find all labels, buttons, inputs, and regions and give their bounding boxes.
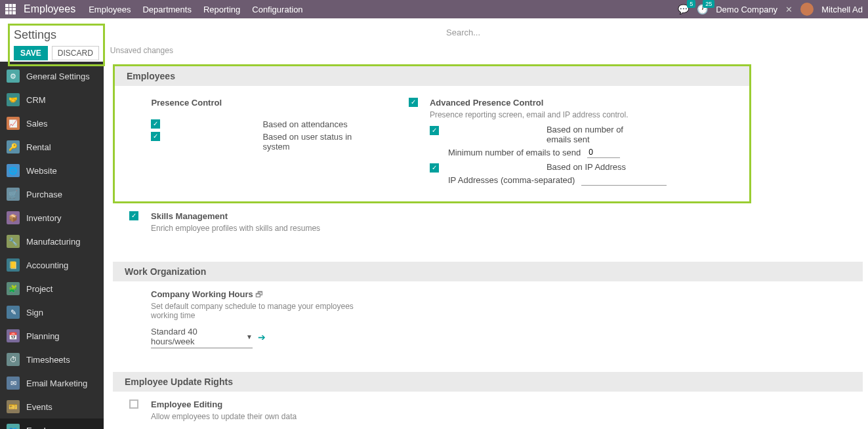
advanced-presence-title: Advanced Presence Control <box>430 98 737 108</box>
sidebar-item-sales[interactable]: 📈Sales <box>0 112 104 135</box>
sidebar-item-website[interactable]: 🌐Website <box>0 159 104 182</box>
sidebar-item-label: General Settings <box>26 72 90 81</box>
checkbox-emails-sent[interactable]: ✓ <box>430 126 439 135</box>
sidebar-item-label: Website <box>26 166 57 176</box>
min-emails-input[interactable] <box>587 147 620 158</box>
working-hours-panel: Company Working Hours 🗗 Set default comp… <box>125 289 851 348</box>
sidebar-item-label: Email Marketing <box>26 378 87 388</box>
nav-reporting[interactable]: Reporting <box>203 5 240 14</box>
checkbox-ip-address[interactable]: ✓ <box>430 163 439 173</box>
checkbox-skills-management[interactable]: ✓ <box>129 211 138 220</box>
user-name[interactable]: Mitchell Ad <box>821 5 863 14</box>
wrench-icon: 🔧 <box>7 235 20 248</box>
sidebar-item-label: Events <box>26 402 52 412</box>
cart-icon: 🛒 <box>7 188 20 201</box>
book-icon: 📒 <box>7 258 20 272</box>
sidebar-item-email-marketing[interactable]: ✉Email Marketing <box>0 371 104 395</box>
advanced-presence-panel: ✓ Advanced Presence Control Presence rep… <box>405 98 737 190</box>
working-hours-select[interactable]: Standard 40 hours/week ▼ <box>151 325 253 348</box>
checkbox-attendances[interactable]: ✓ <box>151 119 160 129</box>
presence-control-title: Presence Control <box>151 98 389 108</box>
sidebar-item-inventory[interactable]: 📦Inventory <box>0 206 104 230</box>
sidebar-item-rental[interactable]: 🔑Rental <box>0 135 104 159</box>
discard-button[interactable]: DISCARD <box>52 46 99 60</box>
checkbox-employee-editing[interactable]: ✓ <box>129 399 138 409</box>
settings-sidebar: ⚙General Settings 🤝CRM 📈Sales 🔑Rental 🌐W… <box>0 62 104 429</box>
envelope-icon: ✉ <box>7 377 20 390</box>
employee-editing-desc: Allow employees to update their own data <box>151 412 297 421</box>
globe-icon: 🌐 <box>7 164 20 177</box>
save-button[interactable]: SAVE <box>14 46 48 60</box>
checkbox-user-status[interactable]: ✓ <box>151 132 160 141</box>
sidebar-item-label: Sign <box>26 308 43 317</box>
app-title: Employees <box>24 3 75 15</box>
section-header-work-org: Work Organization <box>113 262 863 281</box>
presence-control-panel: Presence Control ✓ Based on attendances … <box>127 98 389 190</box>
sidebar-item-accounting[interactable]: 📒Accounting <box>0 253 104 277</box>
presence-opt-attendances: Based on attendances <box>262 119 389 129</box>
box-icon: 📦 <box>7 211 20 224</box>
ip-addresses-input[interactable] <box>581 174 667 186</box>
arrow-right-icon[interactable]: ➔ <box>258 332 266 342</box>
main-content: Employees Presence Control ✓ Based on at… <box>104 62 868 429</box>
section-header-employees: Employees <box>115 66 749 86</box>
sidebar-item-crm[interactable]: 🤝CRM <box>0 88 104 112</box>
adv-ip-label: Based on IP Address <box>547 162 626 172</box>
employee-editing-title: Employee Editing <box>151 399 297 409</box>
ticket-icon: 🎫 <box>7 400 20 413</box>
nav-employees[interactable]: Employees <box>89 5 131 14</box>
sidebar-item-label: Timesheets <box>26 355 70 365</box>
activities-icon[interactable]: 🕐25 <box>697 4 708 14</box>
messages-badge: 5 <box>687 0 695 8</box>
sidebar-item-label: Manufacturing <box>26 237 80 247</box>
apps-icon[interactable] <box>5 4 16 14</box>
checkbox-advanced-presence[interactable]: ✓ <box>409 98 418 107</box>
chevron-down-icon: ▼ <box>246 333 253 340</box>
sidebar-item-project[interactable]: 🧩Project <box>0 277 104 300</box>
key-icon: 🔑 <box>7 140 20 153</box>
min-emails-label: Minimum number of emails to send <box>448 148 581 157</box>
sidebar-item-general-settings[interactable]: ⚙General Settings <box>0 64 104 88</box>
debug-icon[interactable]: ✕ <box>785 5 793 14</box>
skills-desc: Enrich employee profiles with skills and… <box>151 224 320 233</box>
employee-editing-panel: ✓ Employee Editing Allow employees to up… <box>125 399 851 426</box>
settings-highlight: Settings SAVE DISCARD <box>8 24 105 66</box>
presence-opt-userstatus: Based on user status in system <box>262 132 354 152</box>
avatar[interactable] <box>800 3 814 16</box>
sidebar-item-planning[interactable]: 📅Planning <box>0 324 104 348</box>
working-hours-desc: Set default company schedule to manage y… <box>151 302 374 320</box>
nav-departments[interactable]: Departments <box>142 5 191 14</box>
handshake-icon: 🤝 <box>7 93 20 106</box>
adv-emails-label: Based on number of emails sent <box>547 125 645 144</box>
skills-title: Skills Management <box>151 211 320 221</box>
employees-section-highlight: Employees Presence Control ✓ Based on at… <box>113 64 751 203</box>
skills-management-panel: ✓ Skills Management Enrich employee prof… <box>125 211 851 238</box>
sidebar-item-label: Rental <box>26 142 51 152</box>
nav-configuration[interactable]: Configuration <box>252 5 302 14</box>
activities-badge: 25 <box>703 0 714 8</box>
section-header-update-rights: Employee Update Rights <box>113 372 863 392</box>
calendar-icon: 📅 <box>7 329 20 342</box>
people-icon: 👥 <box>7 424 20 429</box>
sidebar-item-events[interactable]: 🎫Events <box>0 395 104 419</box>
sidebar-item-label: Employees <box>26 426 68 430</box>
sidebar-item-employees[interactable]: 👥Employees <box>0 419 104 429</box>
sidebar-item-sign[interactable]: ✎Sign <box>0 300 104 324</box>
pen-icon: ✎ <box>7 306 20 319</box>
working-hours-value: Standard 40 hours/week <box>151 327 242 346</box>
chart-icon: 📈 <box>7 117 20 130</box>
sidebar-item-label: Accounting <box>26 260 68 270</box>
unsaved-label: Unsaved changes <box>110 46 173 55</box>
sidebar-item-label: Purchase <box>26 190 62 199</box>
page-title: Settings <box>14 28 99 42</box>
sidebar-item-purchase[interactable]: 🛒Purchase <box>0 182 104 206</box>
advanced-presence-desc: Presence reporting screen, email and IP … <box>430 110 653 119</box>
sidebar-item-manufacturing[interactable]: 🔧Manufacturing <box>0 230 104 253</box>
sidebar-item-label: Inventory <box>26 213 61 223</box>
sidebar-item-timesheets[interactable]: ⏱Timesheets <box>0 348 104 371</box>
company-name[interactable]: Demo Company <box>716 5 777 14</box>
search-input[interactable] <box>446 28 709 38</box>
clock-icon: ⏱ <box>7 353 20 366</box>
external-link-icon[interactable]: 🗗 <box>255 290 263 299</box>
messages-icon[interactable]: 💬5 <box>678 4 689 14</box>
